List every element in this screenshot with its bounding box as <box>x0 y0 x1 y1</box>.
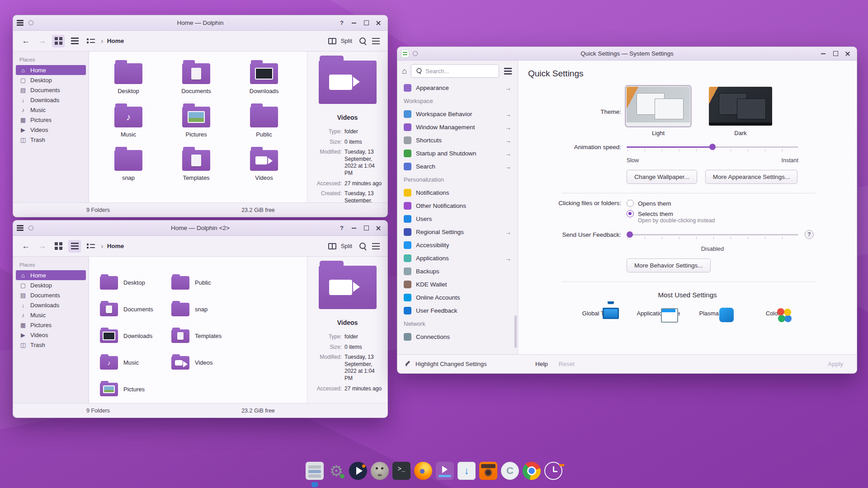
search-icon[interactable] <box>359 37 368 46</box>
help-button[interactable]: Help <box>530 358 553 370</box>
hamburger-menu-icon[interactable] <box>503 66 513 76</box>
split-button[interactable]: Split <box>341 38 352 44</box>
slider-handle[interactable] <box>627 231 633 238</box>
dock-item[interactable] <box>305 461 325 481</box>
places-item[interactable]: ♪ Music <box>16 310 86 320</box>
icons-view-icon[interactable] <box>52 240 65 253</box>
help-icon[interactable] <box>336 223 347 234</box>
dock-item[interactable] <box>543 461 563 481</box>
maximize-icon[interactable] <box>361 18 372 28</box>
titlebar-pin-icon[interactable] <box>28 225 33 230</box>
folder-item[interactable]: Pictures <box>182 107 210 150</box>
settings-search-input[interactable] <box>425 68 495 75</box>
folder-item[interactable]: Desktop <box>114 63 142 107</box>
places-item[interactable]: ▤ Documents <box>16 290 86 300</box>
most-used-item[interactable]: Application Style <box>635 307 682 317</box>
maximize-icon[interactable] <box>361 223 372 234</box>
close-icon[interactable] <box>373 18 384 28</box>
dock-item[interactable] <box>435 461 455 481</box>
folder-item[interactable]: Templates <box>169 323 240 349</box>
details-view-icon[interactable] <box>85 240 97 253</box>
places-item[interactable]: ▢ Desktop <box>16 280 86 290</box>
places-item[interactable]: ▤ Documents <box>16 85 86 95</box>
theme-option[interactable]: Light <box>627 87 690 136</box>
radio-option[interactable]: Selects them <box>627 210 715 217</box>
icons-view-icon[interactable] <box>52 35 65 47</box>
minimize-icon[interactable] <box>349 223 359 234</box>
breadcrumb[interactable]: Home <box>107 38 124 44</box>
places-item[interactable]: ⌂ Home <box>16 65 86 75</box>
minimize-icon[interactable] <box>349 18 359 28</box>
settings-nav-entry[interactable]: KDE Wallet KDE Wallet <box>397 278 518 291</box>
settings-nav-entry[interactable]: Shortcuts Shortcuts <box>397 134 518 147</box>
breadcrumb[interactable]: Home <box>107 243 124 249</box>
folder-item[interactable]: Videos <box>169 349 240 376</box>
places-item[interactable]: ⌂ Home <box>16 270 86 280</box>
settings-nav-entry[interactable]: Backups Backups <box>397 265 518 278</box>
more-appearance-settings-button[interactable]: More Appearance Settings... <box>705 170 797 184</box>
dock-item[interactable] <box>392 461 411 481</box>
settings-nav-entry[interactable]: Workspace Behavior Workspace Behavior <box>397 108 518 121</box>
folder-item[interactable]: snap <box>114 150 142 193</box>
settings-nav-entry[interactable]: Applications Applications <box>397 252 518 265</box>
dock-item[interactable] <box>326 461 346 481</box>
titlebar-pin-icon[interactable] <box>413 51 418 56</box>
back-icon[interactable] <box>19 240 32 253</box>
titlebar[interactable]: Home — Dolphin <2> <box>13 221 387 236</box>
settings-nav-entry[interactable]: Other Notifications Other Notifications <box>397 199 518 212</box>
settings-nav-entry[interactable]: Notifications Notifications <box>397 186 518 199</box>
most-used-item[interactable]: Colors <box>751 307 798 317</box>
split-icon[interactable] <box>328 38 336 44</box>
folder-item[interactable]: Desktop <box>97 269 169 296</box>
places-item[interactable]: ▦ Pictures <box>16 115 86 125</box>
places-item[interactable]: ◫ Trash <box>16 340 86 350</box>
animation-speed-slider[interactable] <box>627 143 798 151</box>
folder-item[interactable]: Documents <box>97 296 169 323</box>
folder-item[interactable]: Public <box>250 107 278 150</box>
folder-item[interactable]: Music <box>97 349 169 376</box>
compact-view-icon[interactable] <box>68 240 81 253</box>
dock-item[interactable] <box>522 461 542 481</box>
titlebar[interactable]: Home — Dolphin <box>13 15 387 31</box>
folder-item[interactable]: Downloads <box>97 323 169 349</box>
dock-item[interactable] <box>478 461 498 481</box>
settings-nav-entry[interactable]: Search Search <box>397 160 518 173</box>
user-feedback-slider[interactable] <box>627 230 798 239</box>
places-item[interactable]: ▶ Videos <box>16 330 86 340</box>
help-icon[interactable] <box>805 230 814 239</box>
places-item[interactable]: ↓ Downloads <box>16 300 86 310</box>
folder-item[interactable]: Videos <box>250 150 278 193</box>
close-icon[interactable] <box>373 223 384 234</box>
settings-nav-entry[interactable]: Startup and Shutdown Startup and Shutdow… <box>397 147 518 160</box>
settings-nav-entry[interactable]: Window Management Window Management <box>397 121 518 134</box>
folder-item[interactable]: Downloads <box>250 63 278 107</box>
help-icon[interactable] <box>336 18 347 28</box>
search-box[interactable] <box>411 64 499 78</box>
places-item[interactable]: ◫ Trash <box>16 135 86 145</box>
places-item[interactable]: ▢ Desktop <box>16 75 86 85</box>
highlight-changed-settings[interactable]: Highlight Changed Settings <box>415 361 487 367</box>
titlebar[interactable]: Quick Settings — System Settings <box>397 47 857 61</box>
home-icon[interactable] <box>402 66 407 76</box>
titlebar-pin-icon[interactable] <box>28 20 33 25</box>
places-item[interactable]: ▦ Pictures <box>16 320 86 330</box>
settings-nav-entry[interactable]: User Feedback User Feedback <box>397 304 518 317</box>
most-used-item[interactable]: Plasma Style <box>693 307 740 317</box>
details-view-icon[interactable] <box>85 35 97 47</box>
dock-item[interactable] <box>370 461 390 481</box>
places-item[interactable]: ▶ Videos <box>16 125 86 135</box>
folder-item[interactable]: Music <box>114 107 142 150</box>
folder-item[interactable]: Templates <box>182 150 210 193</box>
settings-nav-entry[interactable]: Accessibility Accessibility <box>397 239 518 252</box>
maximize-icon[interactable] <box>830 48 841 59</box>
split-button[interactable]: Split <box>341 243 352 249</box>
settings-nav-entry[interactable]: Online Accounts Online Accounts <box>397 291 518 304</box>
forward-icon[interactable] <box>36 240 48 253</box>
dolphin-app-icon[interactable] <box>17 19 25 26</box>
split-icon[interactable] <box>328 243 336 249</box>
slider-handle[interactable] <box>709 144 716 150</box>
more-behavior-settings-button[interactable]: More Behavior Settings... <box>627 258 711 272</box>
most-used-item[interactable]: Global Theme <box>577 307 624 317</box>
hamburger-menu-icon[interactable] <box>371 36 381 46</box>
dolphin-app-icon[interactable] <box>17 225 25 231</box>
